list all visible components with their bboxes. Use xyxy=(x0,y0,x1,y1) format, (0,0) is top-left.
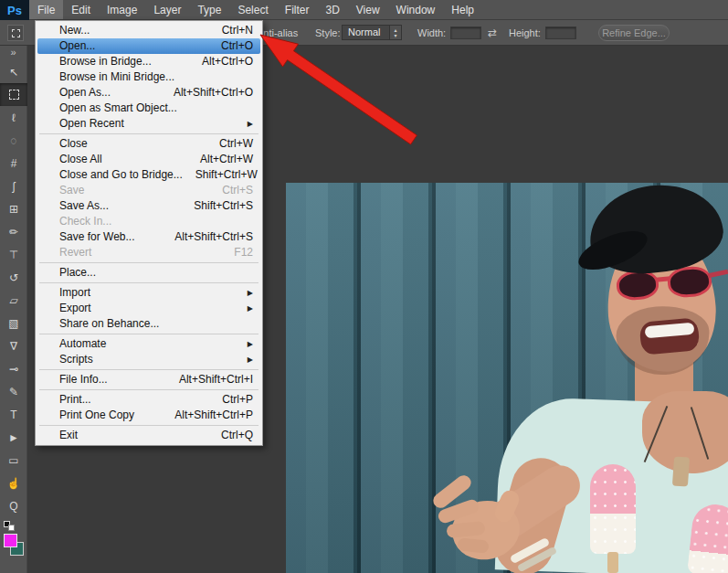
width-input[interactable] xyxy=(450,27,481,39)
menu-item-shortcut: Ctrl+Q xyxy=(208,430,253,441)
rectangle-tool[interactable]: ▭ xyxy=(0,449,27,472)
menubar-item-layer[interactable]: Layer xyxy=(145,0,189,19)
file-menu-item-save-as[interactable]: Save As...Shift+Ctrl+S xyxy=(36,198,262,214)
file-menu-item-open-as-smart-object[interactable]: Open as Smart Object... xyxy=(36,101,262,116)
eraser-tool[interactable]: ▱ xyxy=(0,289,27,312)
toolbar-collapse-button[interactable]: » xyxy=(0,46,26,60)
foreground-color-swatch[interactable] xyxy=(4,534,17,547)
menubar-item-filter[interactable]: Filter xyxy=(277,0,318,19)
menubar-item-type[interactable]: Type xyxy=(189,0,229,19)
file-menu-item-new[interactable]: New...Ctrl+N xyxy=(36,23,262,38)
height-input[interactable] xyxy=(545,27,576,39)
style-select[interactable]: Normal ▴ ▾ xyxy=(342,25,402,40)
photo-necklace-pendant xyxy=(672,456,690,486)
hand-icon: ☝ xyxy=(7,478,21,489)
menu-item-label: Close xyxy=(59,138,88,150)
refine-edge-button: Refine Edge... xyxy=(598,25,670,41)
menu-item-label: Browse in Mini Bridge... xyxy=(59,71,174,83)
file-menu-item-close-and-go-to-bridge[interactable]: Close and Go to Bridge...Shift+Ctrl+W xyxy=(36,167,262,183)
file-menu-item-close-all[interactable]: Close AllAlt+Ctrl+W xyxy=(36,152,262,167)
menubar-item-edit[interactable]: Edit xyxy=(63,0,99,19)
submenu-arrow-icon: ▶ xyxy=(235,354,253,366)
menubar-item-help[interactable]: Help xyxy=(443,0,482,19)
file-menu-item-save: SaveCtrl+S xyxy=(36,183,262,198)
lasso-icon: ℓ xyxy=(12,112,16,123)
menubar-item-3d[interactable]: 3D xyxy=(317,0,347,19)
path-selection-tool[interactable]: ► xyxy=(0,426,27,449)
move-tool[interactable]: ↖ xyxy=(0,60,27,83)
menu-item-shortcut: Ctrl+O xyxy=(208,40,253,52)
menubar-item-window[interactable]: Window xyxy=(388,0,444,19)
tool-preset-picker[interactable] xyxy=(7,25,24,41)
menu-item-label: Open Recent xyxy=(59,118,124,130)
file-menu-item-browse-in-mini-bridge[interactable]: Browse in Mini Bridge... xyxy=(36,69,262,85)
rectangular-marquee-tool[interactable] xyxy=(0,83,27,106)
file-menu-item-export[interactable]: Export▶ xyxy=(36,301,262,316)
submenu-arrow-icon: ▶ xyxy=(235,338,253,350)
menu-item-label: Browse in Bridge... xyxy=(59,56,152,68)
file-menu-item-browse-in-bridge[interactable]: Browse in Bridge...Alt+Ctrl+O xyxy=(36,54,262,69)
file-menu-item-save-for-web[interactable]: Save for Web...Alt+Shift+Ctrl+S xyxy=(36,229,262,245)
style-select-spinner-icon[interactable]: ▴ ▾ xyxy=(389,26,401,39)
file-menu-item-revert: RevertF12 xyxy=(36,245,262,260)
file-menu-item-open[interactable]: Open...Ctrl+O xyxy=(37,38,260,54)
gradient-tool[interactable]: ▧ xyxy=(0,312,27,334)
file-menu-item-open-recent[interactable]: Open Recent▶ xyxy=(36,116,262,132)
menubar-item-select[interactable]: Select xyxy=(229,0,276,19)
blur-tool[interactable]: ∇ xyxy=(0,334,27,357)
quick-selection-tool[interactable]: ◌ xyxy=(0,129,27,152)
file-menu-items: New...Ctrl+NOpen...Ctrl+OBrowse in Bridg… xyxy=(36,23,262,443)
crop-tool[interactable]: # xyxy=(0,152,27,175)
menu-item-label: Close and Go to Bridge... xyxy=(59,169,183,181)
clone-stamp-icon: ⊤ xyxy=(9,249,18,260)
toolbar-tools: ↖ℓ◌#ʃ⊞✏⊤↺▱▧∇⊸✎T►▭☝Q xyxy=(0,60,26,517)
menu-item-label: Export xyxy=(59,302,91,314)
zoom-tool[interactable]: Q xyxy=(0,494,27,517)
rectangular-marquee-icon xyxy=(9,90,19,100)
color-swatches xyxy=(0,521,26,563)
eyedropper-tool[interactable]: ʃ xyxy=(0,175,27,197)
menu-item-shortcut: Alt+Shift+Ctrl+O xyxy=(161,87,253,99)
file-menu-item-exit[interactable]: ExitCtrl+Q xyxy=(36,428,262,443)
path-selection-icon: ► xyxy=(8,432,19,443)
gradient-icon: ▧ xyxy=(8,318,18,329)
photo-popsicle-print xyxy=(590,464,636,554)
history-brush-icon: ↺ xyxy=(9,272,18,283)
pen-tool[interactable]: ✎ xyxy=(0,380,27,403)
file-menu-item-open-as[interactable]: Open As...Alt+Shift+Ctrl+O xyxy=(36,85,262,101)
file-menu-item-import[interactable]: Import▶ xyxy=(36,285,262,301)
menubar-item-file[interactable]: File xyxy=(29,0,63,19)
menu-item-label: Print One Copy xyxy=(59,409,134,421)
file-menu-item-print[interactable]: Print...Ctrl+P xyxy=(36,392,262,408)
brush-icon: ✏ xyxy=(9,227,18,238)
menu-separator xyxy=(39,425,258,426)
rectangle-icon: ▭ xyxy=(8,455,18,466)
menu-item-shortcut: Ctrl+S xyxy=(209,185,253,196)
menu-item-label: Revert xyxy=(59,247,91,259)
clone-stamp-tool[interactable]: ⊤ xyxy=(0,243,27,266)
menubar-item-view[interactable]: View xyxy=(348,0,388,19)
type-tool[interactable]: T xyxy=(0,403,27,426)
hand-tool[interactable]: ☝ xyxy=(0,472,27,494)
swap-dimensions-icon[interactable]: ⇄ xyxy=(488,27,497,39)
menu-item-label: Automate xyxy=(59,338,106,350)
file-menu-item-file-info[interactable]: File Info...Alt+Shift+Ctrl+I xyxy=(36,372,262,387)
file-menu-item-close[interactable]: CloseCtrl+W xyxy=(36,136,262,152)
file-menu-item-place[interactable]: Place... xyxy=(36,265,262,281)
dodge-tool[interactable]: ⊸ xyxy=(0,357,27,380)
spot-healing-brush-tool[interactable]: ⊞ xyxy=(0,197,27,220)
file-menu-item-share-on-behance[interactable]: Share on Behance... xyxy=(36,316,262,332)
menu-separator xyxy=(39,389,258,390)
brush-tool[interactable]: ✏ xyxy=(0,220,27,243)
default-colors-icon xyxy=(8,525,15,531)
document-photo[interactable] xyxy=(286,183,728,573)
lasso-tool[interactable]: ℓ xyxy=(0,106,27,129)
file-menu-item-print-one-copy[interactable]: Print One CopyAlt+Shift+Ctrl+P xyxy=(36,408,262,423)
menu-item-label: Save As... xyxy=(59,200,109,212)
file-menu-item-scripts[interactable]: Scripts▶ xyxy=(36,352,262,367)
menubar-item-image[interactable]: Image xyxy=(99,0,145,19)
history-brush-tool[interactable]: ↺ xyxy=(0,266,27,289)
spinner-down-icon: ▾ xyxy=(394,33,396,38)
file-menu-item-check-in: Check In... xyxy=(36,214,262,229)
file-menu-item-automate[interactable]: Automate▶ xyxy=(36,336,262,352)
